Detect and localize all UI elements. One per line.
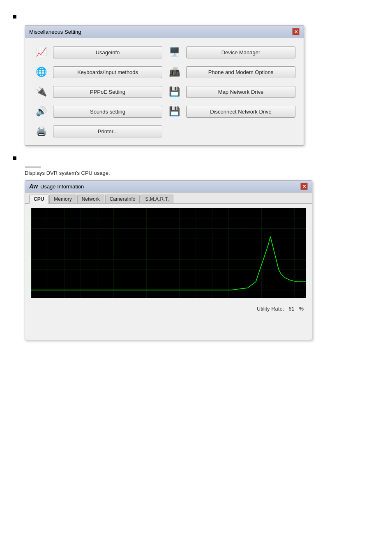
usageinfo-row: 📈 Usageinfo	[33, 44, 162, 60]
bullet-1: ■	[12, 12, 380, 21]
dialog-titlebar: Miscellaneous Setting ✕	[25, 26, 304, 38]
usageinfo-button[interactable]: Usageinfo	[53, 46, 162, 58]
disconnect-drive-button[interactable]: Disconnect Network Drive	[186, 106, 295, 118]
device-manager-button[interactable]: Device Manager	[186, 46, 295, 58]
dialog-spacer	[25, 315, 312, 340]
device-manager-icon: 🖥️	[166, 44, 182, 60]
tab-memory[interactable]: Memory	[49, 195, 76, 203]
utility-rate-unit: %	[299, 306, 304, 312]
sounds-row: 🔊 Sounds setting	[33, 104, 162, 119]
printer-row: 🖨️ Printer...	[33, 123, 162, 139]
usage-dialog-title: Aw Usage Information	[29, 183, 84, 190]
device-manager-row: 🖥️ Device Manager	[166, 44, 295, 60]
empty-cell	[166, 123, 295, 139]
dialog-title: Miscellaneous Setting	[29, 29, 81, 35]
miscellaneous-setting-dialog: Miscellaneous Setting ✕ 📈 Usageinfo 🖥️ D…	[25, 25, 304, 146]
map-drive-button[interactable]: Map Network Drive	[186, 86, 295, 98]
disconnect-drive-icon: 💾	[166, 104, 182, 119]
tab-camerainfo[interactable]: CameraInfo	[105, 195, 140, 203]
pppoe-button[interactable]: PPPoE Setting	[53, 86, 162, 98]
section-line	[25, 167, 41, 167]
usage-title-text: Usage Information	[40, 183, 84, 190]
tab-smart[interactable]: S.M.A.R.T.	[141, 195, 173, 203]
pppoe-icon: 🔌	[33, 84, 49, 100]
cpu-chart-area	[31, 208, 306, 298]
disconnect-drive-row: 💾 Disconnect Network Drive	[166, 104, 295, 119]
usage-dialog-titlebar: Aw Usage Information ✕	[25, 181, 312, 193]
sounds-icon: 🔊	[33, 104, 49, 119]
utility-rate-display: Utility Rate: 61 %	[25, 302, 312, 315]
usageinfo-icon: 📈	[33, 44, 49, 60]
utility-rate-value: 61	[288, 306, 294, 312]
utility-rate-label: Utility Rate:	[257, 306, 284, 312]
map-drive-row: 💾 Map Network Drive	[166, 84, 295, 100]
tabs-bar: CPU Memory Network CameraInfo S.M.A.R.T.	[25, 193, 312, 204]
map-drive-icon: 💾	[166, 84, 182, 100]
tab-cpu[interactable]: CPU	[29, 195, 48, 204]
cpu-usage-line	[31, 208, 306, 298]
tab-network[interactable]: Network	[77, 195, 104, 203]
description-text: Displays DVR system's CPU usage.	[25, 170, 380, 176]
usage-dialog-close-button[interactable]: ✕	[300, 183, 308, 190]
printer-button[interactable]: Printer...	[53, 125, 162, 137]
phone-modem-button[interactable]: Phone and Modem Options	[186, 66, 295, 78]
keyboards-row: 🌐 Keyboards/Input methods	[33, 64, 162, 80]
usage-information-dialog: Aw Usage Information ✕ CPU Memory Networ…	[25, 180, 312, 340]
dialog-close-button[interactable]: ✕	[292, 28, 300, 35]
sounds-button[interactable]: Sounds setting	[53, 106, 162, 118]
keyboard-icon: 🌐	[33, 64, 49, 80]
printer-icon: 🖨️	[33, 123, 49, 139]
usage-title-icon: Aw	[29, 183, 38, 190]
keyboards-button[interactable]: Keyboards/Input methods	[53, 66, 162, 78]
phone-modem-row: 📠 Phone and Modem Options	[166, 64, 295, 80]
dialog-content: 📈 Usageinfo 🖥️ Device Manager 🌐 Keyboard…	[25, 38, 304, 145]
bullet-2: ■	[12, 154, 380, 162]
pppoe-row: 🔌 PPPoE Setting	[33, 84, 162, 100]
phone-modem-icon: 📠	[166, 64, 182, 80]
